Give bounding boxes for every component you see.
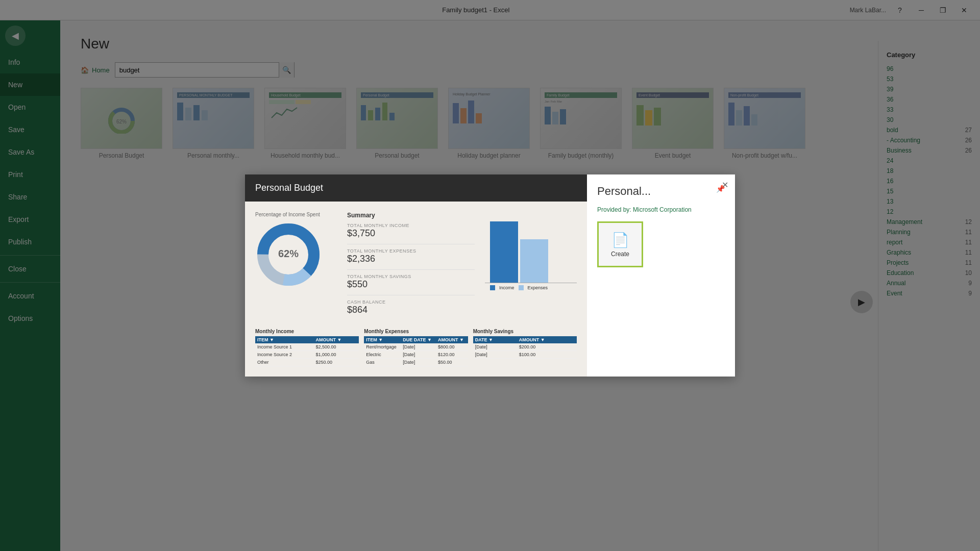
preview-content: Percentage of Income Spent 62% [245, 202, 587, 377]
modal-dialog: ✕ Personal Budget Percentage of Income S… [245, 174, 735, 377]
table-row: Income Source 1 $2,500.00 [255, 343, 359, 351]
income-legend: Income [499, 285, 514, 290]
table-row: Other $250.00 [255, 359, 359, 366]
bar-income [490, 221, 518, 283]
preview-tables: Monthly Income ITEM ▼ AMOUNT ▼ Income [255, 329, 577, 366]
col-date: DATE ▼ [473, 336, 517, 343]
svg-text:62%: 62% [278, 248, 299, 259]
monthly-expenses-table: Monthly Expenses ITEM ▼ DUE DATE ▼ AMOUN… [364, 329, 468, 366]
create-icon: 📄 [611, 232, 629, 248]
create-button[interactable]: 📄 Create [597, 221, 643, 267]
bar-chart-wrap: Income Expenses [485, 212, 577, 320]
modal-title: Personal... [597, 185, 651, 198]
expenses-value: $2,336 [347, 254, 475, 264]
col-due-date: DUE DATE ▼ [401, 336, 436, 343]
expenses-legend: Expenses [528, 285, 548, 290]
modal-preview-header: Personal Budget [245, 174, 587, 202]
income-value: $3,750 [347, 228, 475, 239]
donut-title: Percentage of Income Spent [255, 212, 337, 217]
modal-provider: Provided by: Microsoft Corporation [597, 206, 725, 213]
modal-close-button[interactable]: ✕ [719, 179, 731, 191]
expense-legend-dot [519, 285, 524, 290]
modal-sidebar: Personal... 📌 Provided by: Microsoft Cor… [587, 174, 735, 377]
table-row: Income Source 2 $1,000.00 [255, 351, 359, 359]
monthly-income-table: Monthly Income ITEM ▼ AMOUNT ▼ Income [255, 329, 359, 366]
savings-value: $550 [347, 279, 475, 290]
table-row: [Date] $200.00 [473, 343, 577, 351]
provider-name: Microsoft Corporation [633, 206, 692, 213]
summary-title: Summary [347, 212, 475, 219]
income-label: TOTAL MONTHLY INCOME [347, 223, 475, 228]
expenses-label: TOTAL MONTHLY EXPENSES [347, 248, 475, 254]
table-row: Electric [Date] $120.00 [364, 351, 468, 359]
modal-preview: Personal Budget Percentage of Income Spe… [245, 174, 587, 377]
donut-chart: 62% [255, 221, 322, 288]
income-legend-dot [490, 285, 495, 290]
savings-label: TOTAL MONTHLY SAVINGS [347, 274, 475, 279]
preview-summary: Summary TOTAL MONTHLY INCOME $3,750 TOTA… [347, 212, 475, 320]
monthly-savings-title: Monthly Savings [473, 329, 577, 334]
cash-label: CASH BALANCE [347, 299, 475, 305]
col-amount: AMOUNT ▼ [517, 336, 577, 343]
col-amount: AMOUNT ▼ [436, 336, 468, 343]
table-row: [Date] $100.00 [473, 351, 577, 359]
col-amount: AMOUNT ▼ [314, 336, 359, 343]
monthly-savings-table: Monthly Savings DATE ▼ AMOUNT ▼ [Date [473, 329, 577, 366]
col-item: ITEM ▼ [255, 336, 314, 343]
create-label: Create [611, 251, 629, 258]
col-item: ITEM ▼ [364, 336, 401, 343]
table-row: Rent/mortgage [Date] $800.00 [364, 343, 468, 351]
table-row: Gas [Date] $50.00 [364, 359, 468, 366]
bar-expense [520, 239, 548, 283]
monthly-income-title: Monthly Income [255, 329, 359, 334]
monthly-expenses-title: Monthly Expenses [364, 329, 468, 334]
modal-overlay: ✕ Personal Budget Percentage of Income S… [0, 0, 980, 551]
cash-value: $864 [347, 305, 475, 315]
